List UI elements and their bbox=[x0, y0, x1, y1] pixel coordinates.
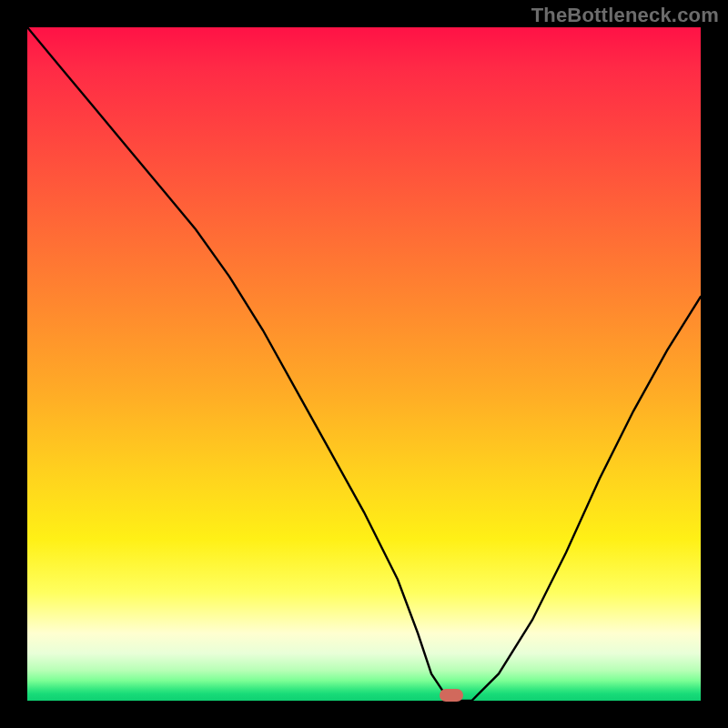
optimal-marker bbox=[440, 689, 463, 702]
curve-path bbox=[27, 27, 701, 701]
watermark-text: TheBottleneck.com bbox=[531, 4, 719, 27]
bottleneck-curve bbox=[27, 27, 701, 701]
plot-area bbox=[27, 27, 701, 701]
chart-frame: TheBottleneck.com bbox=[0, 0, 728, 728]
